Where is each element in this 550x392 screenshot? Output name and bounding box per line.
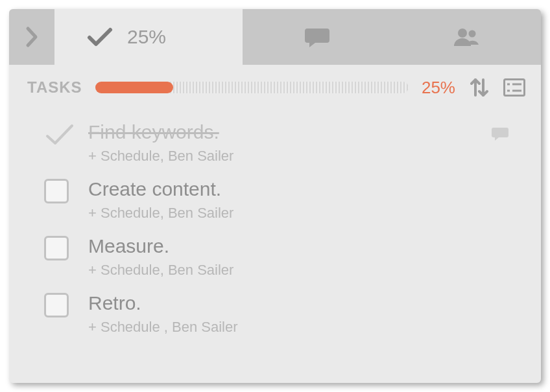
chevron-right-icon [25, 26, 38, 48]
task-subtitle[interactable]: + Schedule , Ben Sailer [88, 319, 523, 336]
sort-icon [470, 77, 488, 98]
tab-progress-label: 25% [127, 26, 166, 48]
task-body: Measure.+ Schedule, Ben Sailer [88, 235, 523, 279]
svg-rect-4 [505, 80, 525, 96]
svg-point-1 [469, 30, 476, 38]
task-row: Create content.+ Schedule, Ben Sailer [9, 171, 541, 228]
expand-toggle[interactable] [9, 9, 54, 65]
checkbox-empty [44, 236, 69, 260]
task-body: Create content.+ Schedule, Ben Sailer [88, 178, 523, 222]
tab-people[interactable] [392, 9, 541, 65]
task-checkbox[interactable] [44, 293, 73, 321]
task-title[interactable]: Measure. [88, 235, 523, 258]
task-checkbox[interactable] [44, 236, 73, 264]
checkbox-empty [44, 293, 69, 317]
people-icon [453, 27, 479, 47]
task-body: Find keywords.+ Schedule, Ben Sailer [88, 121, 523, 165]
template-button[interactable] [503, 76, 525, 98]
task-row: Measure.+ Schedule, Ben Sailer [9, 228, 541, 285]
svg-point-0 [458, 29, 467, 38]
progress-percent-label: 25% [422, 78, 455, 98]
task-comment-button[interactable] [492, 126, 508, 141]
task-subtitle[interactable]: + Schedule, Ben Sailer [88, 262, 523, 279]
task-title[interactable]: Retro. [88, 292, 523, 315]
tasks-header: TASKS 25% [9, 65, 541, 110]
check-icon [44, 122, 75, 148]
task-subtitle[interactable]: + Schedule, Ben Sailer [88, 148, 523, 165]
sort-button[interactable] [468, 76, 490, 98]
progress-fill [95, 82, 174, 93]
task-checkbox[interactable] [44, 179, 73, 207]
tab-comments[interactable] [243, 9, 392, 65]
template-icon [503, 78, 525, 97]
tasks-heading: TASKS [27, 78, 82, 97]
tab-tasks[interactable]: 25% [54, 9, 243, 65]
progress-bar [95, 82, 409, 93]
panel: 25% TASKS 25% [9, 9, 541, 383]
task-title[interactable]: Find keywords. [88, 121, 523, 144]
task-check-done[interactable] [44, 122, 73, 150]
task-title[interactable]: Create content. [88, 178, 523, 201]
comment-icon [492, 126, 508, 141]
task-row: Find keywords.+ Schedule, Ben Sailer [9, 114, 541, 171]
checkbox-empty [44, 179, 69, 203]
tab-bar: 25% [9, 9, 541, 65]
check-icon [87, 26, 113, 48]
task-list: Find keywords.+ Schedule, Ben SailerCrea… [9, 110, 541, 342]
task-body: Retro.+ Schedule , Ben Sailer [88, 292, 523, 336]
task-row: Retro.+ Schedule , Ben Sailer [9, 285, 541, 342]
task-subtitle[interactable]: + Schedule, Ben Sailer [88, 205, 523, 222]
comment-icon [305, 26, 329, 48]
